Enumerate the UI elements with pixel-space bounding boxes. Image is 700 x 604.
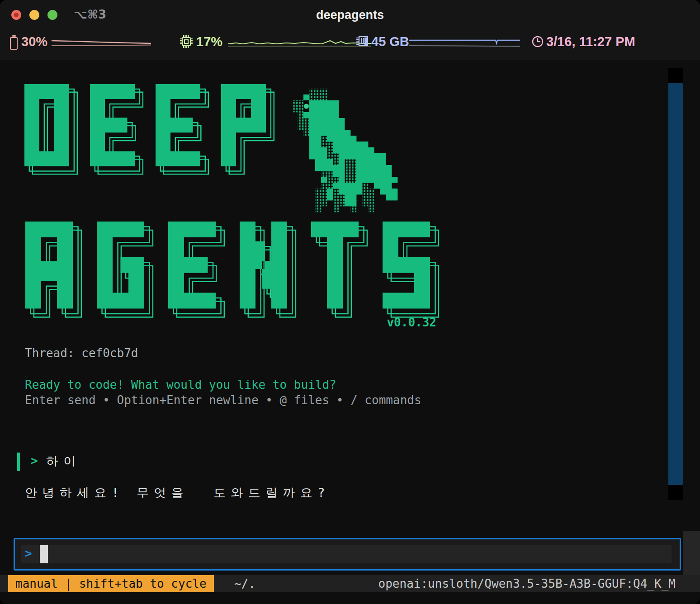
battery-icon	[10, 37, 18, 50]
ready-message: Ready to code! What would you like to bu…	[25, 378, 336, 392]
parrot-pixel-art	[292, 89, 397, 212]
model-name: openai:unsloth/Qwen3.5-35B-A3B-GGUF:Q4_K…	[378, 575, 676, 592]
input-text-line[interactable]	[21, 545, 672, 563]
user-prompt-marker: >	[31, 454, 38, 467]
text-cursor	[40, 545, 48, 563]
clock-value: 3/16, 11:27 PM	[546, 34, 635, 49]
scrollbar-thumb[interactable]	[668, 83, 683, 485]
working-directory: ~/.	[234, 575, 255, 592]
thread-id: Thread: cef0cb7d	[25, 346, 138, 360]
scrollbar-top-cap	[668, 68, 683, 83]
mode-badge: manual | shift+tab to cycle	[8, 575, 214, 592]
version-label: v0.0.32	[382, 316, 436, 329]
user-message-marker-bar	[17, 453, 20, 471]
terminal-window: ⌥⌘3 deepagents 30% 17%	[0, 0, 700, 604]
assistant-message: 안녕하세요! 무엇을 도와드릴까요?	[25, 485, 330, 501]
input-prompt-marker: >	[25, 547, 32, 560]
cpu-sparkline	[227, 37, 372, 50]
battery-sparkline	[51, 37, 152, 50]
clock-icon	[531, 35, 545, 49]
memory-value: 45 GB	[371, 34, 409, 49]
titlebar: ⌥⌘3 deepagents 30% 17%	[0, 0, 700, 60]
input-right-gutter	[683, 531, 700, 575]
footer-status-bar: manual | shift+tab to cycle ~/. openai:u…	[0, 575, 700, 592]
scrollbar-bottom-cap	[668, 485, 683, 500]
keyboard-hints: Enter send • Option+Enter newline • @ fi…	[25, 393, 421, 407]
battery-icon-cap	[12, 35, 16, 37]
battery-percent: 30%	[21, 34, 47, 49]
memory-sparkline	[408, 37, 521, 50]
cpu-percent: 17%	[196, 34, 222, 49]
user-message: 하이	[46, 453, 81, 469]
message-input[interactable]: >	[14, 538, 681, 571]
memory-icon	[355, 34, 370, 49]
cpu-chip-icon	[179, 34, 194, 49]
window-title: deepagents	[0, 8, 700, 22]
